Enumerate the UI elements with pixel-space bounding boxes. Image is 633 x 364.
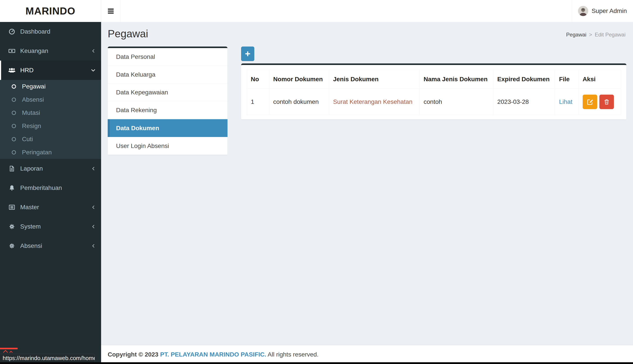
sidebar-subitem-label: Resign	[22, 122, 41, 130]
sidebar-subitem-label: Peringatan	[22, 149, 52, 156]
sidebar-subitem-absensi[interactable]: Absensi	[0, 93, 101, 106]
sidebar-subitem-mutasi[interactable]: Mutasi	[0, 106, 101, 120]
tab-data-personal[interactable]: Data Personal	[108, 48, 228, 66]
cell-nama-jenis-dokumen: contoh	[419, 89, 493, 115]
user-avatar-image	[578, 6, 588, 16]
jenis-dokumen-link[interactable]: Surat Keterangan Kesehatan	[333, 98, 412, 105]
circle-icon	[10, 136, 18, 142]
sidebar-item-label: Pemberitahuan	[20, 184, 96, 192]
money-icon	[8, 47, 16, 55]
col-header-nama-jenis-dokumen: Nama Jenis Dokumen	[419, 70, 493, 89]
footer-copyright: Copyright © 2023	[108, 351, 158, 358]
sidebar-item-label: Dashboard	[20, 28, 96, 35]
corner-widget-red-bar	[0, 348, 18, 349]
cell-file: Lihat	[555, 89, 578, 115]
navbar: Super Admin	[101, 0, 633, 22]
circle-icon	[10, 97, 18, 102]
sidebar-item-hrd[interactable]: HRD	[0, 60, 101, 80]
chevron-up-icons	[0, 349, 18, 353]
cell-expired-dokumen: 2023-03-28	[493, 89, 555, 115]
trash-icon	[603, 98, 610, 105]
breadcrumb-parent[interactable]: Pegawai	[566, 32, 586, 38]
table-row: 1 contoh dokumen Surat Keterangan Keseha…	[247, 89, 621, 115]
sidebar: Dashboard Keuangan	[0, 22, 101, 364]
sidebar-toggle-button[interactable]	[101, 0, 120, 22]
sidebar-item-label: Master	[20, 204, 91, 211]
sidebar-item-laporan[interactable]: Laporan	[0, 159, 101, 178]
delete-button[interactable]	[599, 94, 614, 109]
status-url-text: https://marindo.utamaweb.com/home	[3, 355, 95, 362]
dashboard-icon	[8, 28, 16, 35]
page-body: Data Personal Data Keluarga Data Kepegaw…	[101, 46, 633, 345]
sidebar-item-master[interactable]: Master	[0, 198, 101, 217]
sidebar-item-pemberitahuan[interactable]: Pemberitahuan	[0, 178, 101, 198]
edit-button[interactable]	[583, 94, 597, 109]
list-icon	[8, 204, 16, 211]
sidebar-item-keuangan[interactable]: Keuangan	[0, 41, 101, 60]
documents-table: No Nomor Dokumen Jenis Dokumen Nama Jeni…	[247, 70, 621, 115]
corner-widget	[0, 348, 18, 354]
col-header-jenis-dokumen: Jenis Dokumen	[329, 70, 419, 89]
sidebar-item-label: Keuangan	[20, 48, 91, 54]
tab-label: Data Keluarga	[116, 71, 155, 78]
tab-label: User Login Absensi	[116, 142, 169, 150]
tab-data-keluarga[interactable]: Data Keluarga	[108, 66, 228, 84]
chevron-left-icon	[91, 48, 96, 53]
tab-label: Data Dokumen	[116, 125, 159, 132]
sidebar-item-absensi-bottom[interactable]: Absensi	[0, 236, 101, 256]
table-header-row: No Nomor Dokumen Jenis Dokumen Nama Jeni…	[247, 70, 621, 89]
bell-icon	[8, 185, 16, 191]
body-row: Dashboard Keuangan	[0, 22, 633, 364]
brand-name: MARINDO	[26, 5, 75, 17]
top-header: MARINDO Super Admin	[0, 0, 633, 22]
documents-table-card: No Nomor Dokumen Jenis Dokumen Nama Jeni…	[241, 64, 626, 120]
content-row: Data Personal Data Keluarga Data Kepegaw…	[101, 46, 633, 155]
users-icon	[8, 66, 16, 74]
gear-icon	[8, 242, 16, 249]
cell-nomor-dokumen: contoh dokumen	[269, 89, 329, 115]
tab-label: Data Kepegawaian	[116, 89, 168, 96]
breadcrumb: Pegawai > Edit Pegawai	[566, 32, 625, 38]
circle-icon	[10, 110, 18, 116]
app-window: MARINDO Super Admin	[0, 0, 633, 364]
hamburger-icon	[108, 8, 114, 14]
hrd-submenu: Pegawai Absensi Mutasi	[0, 80, 101, 159]
tab-data-rekening[interactable]: Data Rekening	[108, 102, 228, 119]
chevron-left-icon	[91, 205, 96, 210]
sidebar-item-system[interactable]: System	[0, 217, 101, 236]
document-panel: No Nomor Dokumen Jenis Dokumen Nama Jeni…	[241, 46, 626, 120]
sidebar-item-dashboard[interactable]: Dashboard	[0, 22, 101, 41]
sidebar-item-label: System	[20, 223, 91, 230]
add-document-button[interactable]	[241, 46, 254, 61]
col-header-nomor-dokumen: Nomor Dokumen	[269, 70, 329, 89]
chevron-down-icon	[91, 68, 96, 73]
brand-logo[interactable]: MARINDO	[0, 0, 101, 22]
file-lihat-link[interactable]: Lihat	[559, 98, 572, 105]
tab-data-kepegawaian[interactable]: Data Kepegawaian	[108, 84, 228, 102]
circle-icon	[10, 150, 18, 155]
content-header: Pegawai Pegawai > Edit Pegawai	[101, 22, 633, 46]
user-name: Super Admin	[592, 8, 627, 14]
breadcrumb-current: Edit Pegawai	[595, 32, 625, 38]
page-title: Pegawai	[108, 28, 148, 40]
breadcrumb-separator: >	[589, 32, 592, 38]
sidebar-subitem-peringatan[interactable]: Peringatan	[0, 146, 101, 159]
footer: Copyright © 2023 PT. PELAYARAN MARINDO P…	[101, 345, 633, 364]
sidebar-subitem-resign[interactable]: Resign	[0, 120, 101, 132]
tab-label: Data Rekening	[116, 107, 157, 114]
sidebar-menu: Dashboard Keuangan	[0, 22, 101, 256]
footer-company-link[interactable]: PT. PELAYARAN MARINDO PASIFIC.	[160, 351, 266, 358]
sidebar-subitem-label: Absensi	[22, 96, 44, 103]
tab-data-dokumen[interactable]: Data Dokumen	[108, 119, 228, 137]
cell-jenis-dokumen: Surat Keterangan Kesehatan	[329, 89, 419, 115]
tab-user-login-absensi[interactable]: User Login Absensi	[108, 137, 228, 155]
sidebar-subitem-cuti[interactable]: Cuti	[0, 132, 101, 146]
sidebar-subitem-pegawai[interactable]: Pegawai	[0, 80, 101, 93]
chevron-left-icon	[91, 224, 96, 229]
user-menu[interactable]: Super Admin	[572, 0, 633, 22]
sidebar-item-label: HRD	[20, 67, 91, 74]
footer-rights: All rights reserved.	[268, 351, 319, 358]
plus-icon	[244, 50, 251, 57]
cell-no: 1	[247, 89, 269, 115]
user-avatar	[578, 6, 588, 16]
